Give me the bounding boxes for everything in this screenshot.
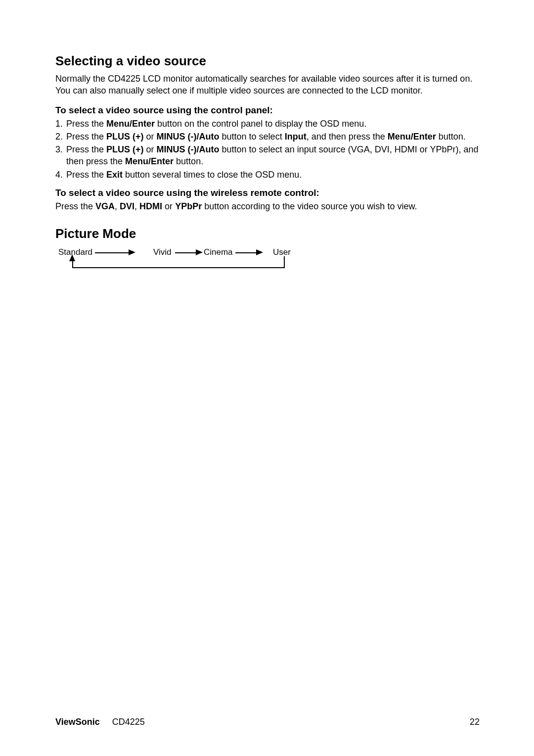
- step-2: Press the PLUS (+) or MINUS (-)/Auto but…: [55, 131, 480, 142]
- arrow-line-icon: [235, 252, 256, 253]
- intro-paragraph: Normally the CD4225 LCD monitor automati…: [55, 73, 480, 97]
- footer-brand: ViewSonic: [55, 717, 100, 727]
- mode-standard: Standard: [58, 247, 92, 257]
- arrow-up-icon: [69, 254, 75, 261]
- arrow-right-icon: [256, 249, 263, 255]
- heading-picture-mode: Picture Mode: [55, 226, 480, 241]
- remote-paragraph: Press the VGA, DVI, HDMI or YPbPr button…: [55, 200, 480, 212]
- arrow-right-icon: [129, 249, 135, 255]
- subheading-control-panel: To select a video source using the contr…: [55, 105, 480, 116]
- page-footer: ViewSonic CD4225 22: [55, 717, 480, 727]
- heading-selecting-video-source: Selecting a video source: [55, 53, 480, 69]
- arrow-right-icon: [196, 249, 203, 255]
- arrow-line-icon: [95, 252, 129, 253]
- footer-left: ViewSonic CD4225: [55, 717, 145, 727]
- step-4: Press the Exit button several times to c…: [55, 169, 480, 181]
- step-3: Press the PLUS (+) or MINUS (-)/Auto but…: [55, 143, 480, 168]
- page-number: 22: [470, 717, 480, 727]
- steps-control-panel: Press the Menu/Enter button on the contr…: [55, 118, 480, 181]
- return-line-icon: [72, 267, 285, 268]
- footer-model: CD4225: [112, 717, 145, 727]
- step-1: Press the Menu/Enter button on the contr…: [55, 118, 480, 130]
- picture-mode-diagram: Standard Vivid Cinema User: [55, 245, 293, 275]
- subheading-remote-control: To select a video source using the wirel…: [55, 188, 480, 198]
- arrow-line-icon: [175, 252, 196, 253]
- mode-vivid: Vivid: [153, 247, 172, 257]
- mode-cinema: Cinema: [204, 247, 233, 257]
- mode-user: User: [273, 247, 291, 257]
- return-line-icon: [284, 256, 285, 267]
